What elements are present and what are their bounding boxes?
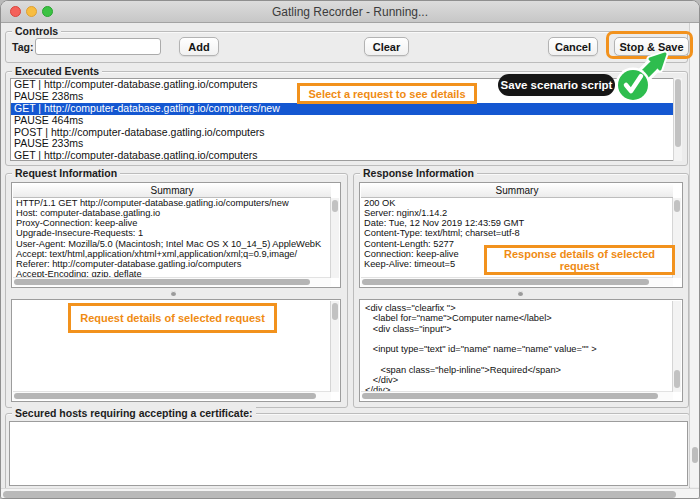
request-body-hscrollbar[interactable] <box>13 391 331 400</box>
request-summary-line: Host: computer-database.gatling.io <box>13 208 331 218</box>
window-hscrollbar-thumb[interactable] <box>3 491 676 498</box>
request-summary-hscrollbar[interactable] <box>13 277 331 286</box>
secured-hosts-list[interactable] <box>9 421 688 486</box>
response-body-line: <div class="input"> <box>361 324 673 334</box>
hscrollbar-thumb[interactable] <box>14 393 316 399</box>
executed-events-group-label: Executed Events <box>12 65 102 78</box>
select-request-callout: Select a request to see details <box>297 83 477 104</box>
tag-label: Tag: <box>12 41 33 53</box>
vscrollbar-thumb[interactable] <box>674 370 680 388</box>
response-summary-column-header[interactable]: Summary <box>361 184 673 198</box>
vscrollbar-thumb[interactable] <box>332 303 338 320</box>
request-summary-line: Proxy-Connection: keep-alive <box>13 218 331 228</box>
response-body-pane[interactable]: <div class="clearfix "> <label for="name… <box>359 299 683 402</box>
clear-button[interactable]: Clear <box>364 37 409 56</box>
response-body-line <box>361 354 673 364</box>
request-summary-line: Accept: text/html,application/xhtml+xml,… <box>13 249 331 259</box>
add-button[interactable]: Add <box>179 37 219 56</box>
response-body-vscrollbar[interactable] <box>672 301 681 392</box>
response-body-line: <input type="text" id="name" name="name"… <box>361 344 673 354</box>
event-row[interactable]: GET | http://computer-database.gatling.i… <box>11 150 681 161</box>
event-row[interactable]: POST | http://computer-database.gatling.… <box>11 127 681 139</box>
secured-hosts-group-label: Secured hosts requiring accepting a cert… <box>12 407 256 420</box>
cancel-button[interactable]: Cancel <box>548 37 598 56</box>
response-summary-line: Content-Type: text/html; charset=utf-8 <box>361 228 673 238</box>
request-summary-lines: HTTP/1.1 GET http://computer-database.ga… <box>13 198 331 278</box>
window-vertical-scrollbar[interactable] <box>689 23 699 487</box>
controls-group-label: Controls <box>12 25 61 38</box>
response-body-line: <span class="help-inline">Required</span… <box>361 365 673 375</box>
response-summary-line: 200 OK <box>361 198 673 208</box>
hscrollbar-thumb[interactable] <box>362 393 658 399</box>
response-summary-line: Date: Tue, 12 Nov 2019 12:43:59 GMT <box>361 218 673 228</box>
success-check-badge <box>603 45 683 109</box>
request-info-group: Request Information Summary HTTP/1.1 GET… <box>5 173 348 408</box>
response-body-line: </div> <box>361 375 673 385</box>
request-details-callout: Request details of selected request <box>68 303 277 333</box>
event-row[interactable]: PAUSE 464ms <box>11 115 681 127</box>
event-row[interactable]: GET | http://computer-database.gatling.i… <box>11 103 681 115</box>
request-split-divider-handle[interactable] <box>171 291 176 296</box>
response-split-divider-handle[interactable] <box>518 291 523 296</box>
request-info-group-label: Request Information <box>12 167 120 180</box>
request-summary-vscrollbar[interactable] <box>330 198 339 278</box>
window-horizontal-scrollbar[interactable] <box>1 488 699 499</box>
window-title: Gatling Recorder - Running... <box>1 5 699 19</box>
response-summary-line: Server: nginx/1.14.2 <box>361 208 673 218</box>
response-body-lines: <div class="clearfix "> <label for="name… <box>361 303 673 392</box>
gatling-recorder-window: Gatling Recorder - Running... Controls T… <box>0 0 700 499</box>
controls-group: Controls Tag: Add Clear Cancel Stop & Sa… <box>5 31 688 63</box>
request-body-vscrollbar[interactable] <box>330 301 339 392</box>
response-body-line <box>361 334 673 344</box>
response-details-callout: Response details of selected request <box>484 245 675 275</box>
tag-input[interactable] <box>35 38 161 55</box>
secured-hosts-group: Secured hosts requiring accepting a cert… <box>5 413 690 491</box>
vscrollbar-thumb[interactable] <box>674 200 680 212</box>
request-summary-line: HTTP/1.1 GET http://computer-database.ga… <box>13 198 331 208</box>
title-bar[interactable]: Gatling Recorder - Running... <box>1 1 699 23</box>
request-summary-column-header[interactable]: Summary <box>13 184 331 198</box>
request-summary-pane[interactable]: Summary HTTP/1.1 GET http://computer-dat… <box>11 182 341 288</box>
response-info-group-label: Response Information <box>360 167 477 180</box>
request-summary-line: Upgrade-Insecure-Requests: 1 <box>13 228 331 238</box>
vscrollbar-thumb[interactable] <box>332 200 338 212</box>
response-body-line: <div class="clearfix "> <box>361 303 673 313</box>
save-scenario-tooltip: Save scenario script <box>498 74 615 96</box>
hscrollbar-thumb[interactable] <box>362 279 649 285</box>
response-info-group: Response Information Summary 200 OKServe… <box>353 173 689 408</box>
response-body-line: <label for="name">Computer name</label> <box>361 313 673 323</box>
response-body-hscrollbar[interactable] <box>361 391 673 400</box>
request-summary-line: Referer: http://computer-database.gatlin… <box>13 259 331 269</box>
response-summary-hscrollbar[interactable] <box>361 277 673 286</box>
request-summary-line: User-Agent: Mozilla/5.0 (Macintosh; Inte… <box>13 239 331 249</box>
window-vscrollbar-thumb[interactable] <box>692 447 698 463</box>
hscrollbar-thumb[interactable] <box>14 279 310 285</box>
